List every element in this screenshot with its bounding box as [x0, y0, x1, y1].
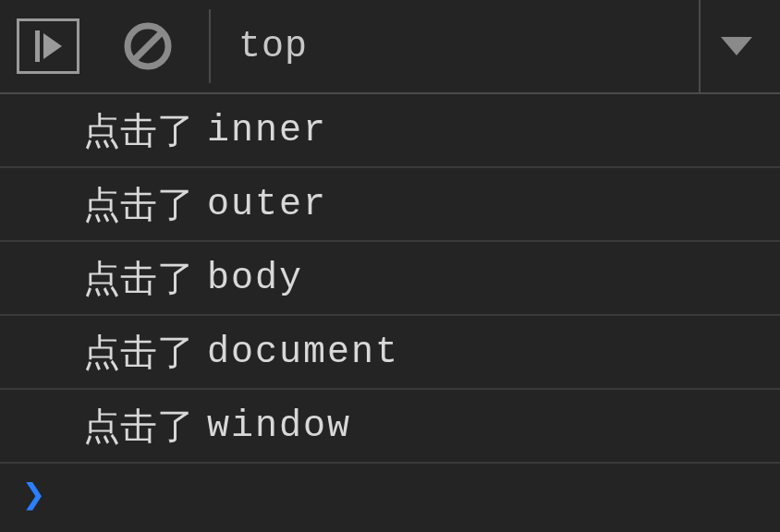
triangle-down-icon [721, 37, 752, 55]
console-toolbar: top [0, 0, 780, 94]
log-prefix: 点击了 [83, 253, 194, 304]
log-target: outer [207, 184, 327, 225]
log-prefix: 点击了 [83, 105, 194, 156]
log-row: 点击了 document [0, 316, 780, 390]
toolbar-divider [209, 9, 211, 83]
log-target: inner [207, 110, 327, 151]
console-input-row[interactable]: ❯ [0, 464, 780, 526]
log-prefix: 点击了 [83, 179, 194, 230]
filter-dropdown-button[interactable] [699, 0, 773, 92]
log-target: window [207, 405, 351, 447]
log-target: document [207, 332, 399, 373]
console-log-area: 点击了 inner 点击了 outer 点击了 body 点击了 documen… [0, 94, 780, 464]
log-target: body [207, 258, 303, 299]
clear-console-button[interactable] [120, 18, 176, 74]
chevron-right-icon: ❯ [22, 471, 45, 519]
context-selector[interactable]: top [238, 26, 308, 67]
log-prefix: 点击了 [83, 401, 194, 452]
play-icon-triangle [43, 33, 62, 59]
svg-line-1 [133, 31, 163, 61]
toolbar-left-group: top [0, 0, 308, 92]
log-row: 点击了 window [0, 390, 780, 464]
log-row: 点击了 inner [0, 94, 780, 168]
no-sign-icon [124, 22, 172, 70]
execute-button[interactable] [17, 18, 79, 74]
log-row: 点击了 outer [0, 168, 780, 242]
log-row: 点击了 body [0, 242, 780, 316]
log-prefix: 点击了 [83, 327, 194, 378]
play-icon-bar [35, 30, 40, 62]
